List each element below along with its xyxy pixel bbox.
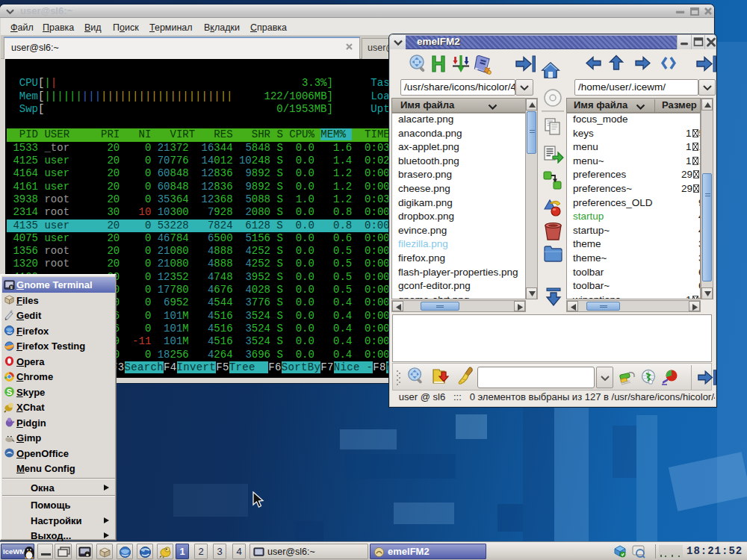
svg-text:S: S	[7, 388, 13, 396]
